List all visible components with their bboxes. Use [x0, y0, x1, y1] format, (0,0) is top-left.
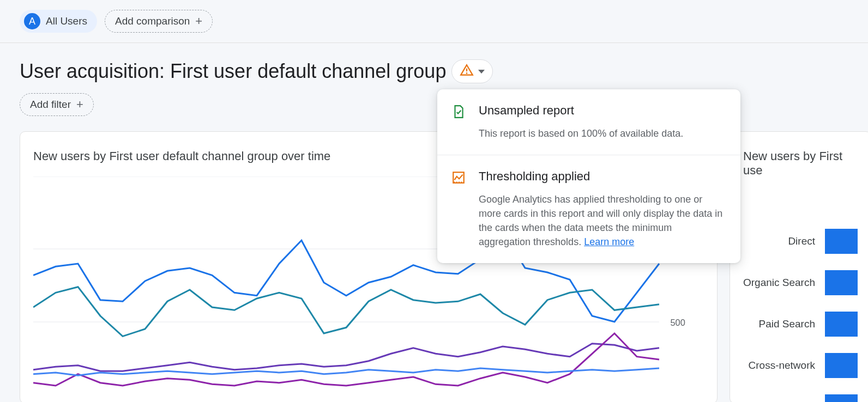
bar-fill — [825, 394, 858, 402]
series-paid-search — [33, 344, 659, 371]
bar-row: Paid Search — [743, 312, 858, 337]
top-bar: A All Users Add comparison + — [0, 0, 868, 43]
data-quality-popover: Unsampled report This report is based on… — [437, 89, 740, 263]
svg-point-1 — [466, 72, 468, 74]
popover-text-unsampled: This report is based on 100% of availabl… — [479, 126, 726, 141]
bar-row: Organic Search — [743, 270, 858, 295]
add-comparison-button[interactable]: Add comparison + — [105, 10, 213, 33]
series-display — [33, 368, 659, 375]
popover-unsampled-section: Unsampled report This report is based on… — [437, 89, 740, 155]
bar-chart-title: New users by First use — [743, 149, 858, 178]
title-row: User acquisition: First user default cha… — [0, 43, 868, 93]
bar-label: Paid Search — [758, 318, 815, 330]
check-document-icon — [451, 103, 468, 141]
learn-more-link[interactable]: Learn more — [584, 236, 634, 247]
y-tick-500: 500 — [671, 318, 685, 327]
page-title: User acquisition: First user default cha… — [20, 60, 446, 83]
bar-row: Cross-network — [743, 353, 858, 378]
thresholding-icon — [451, 169, 468, 249]
segment-badge: A — [24, 13, 40, 29]
alert-triangle-icon — [460, 63, 474, 80]
segment-label: All Users — [46, 15, 87, 27]
bar-fill — [825, 270, 858, 295]
series-organic-search — [33, 287, 659, 337]
add-filter-label: Add filter — [30, 99, 71, 111]
popover-heading-threshold: Thresholding applied — [479, 169, 726, 184]
bar-fill — [825, 229, 858, 254]
bar-chart-card: New users by First use DirectOrganic Sea… — [730, 131, 868, 402]
bar-label: Cross-network — [749, 360, 815, 371]
bar-list: DirectOrganic SearchPaid SearchCross-net… — [743, 191, 858, 402]
add-comparison-label: Add comparison — [115, 15, 190, 27]
add-filter-button[interactable]: Add filter + — [20, 93, 94, 116]
bar-label: Direct — [788, 235, 815, 247]
popover-thresholding-section: Thresholding applied Google Analytics ha… — [437, 155, 740, 263]
series-cross-network — [33, 333, 659, 386]
segment-all-users[interactable]: A All Users — [20, 10, 97, 33]
bar-row: Direct — [743, 229, 858, 254]
caret-down-icon — [478, 70, 485, 74]
plus-icon: + — [195, 15, 202, 27]
popover-text-threshold: Google Analytics has applied thresholdin… — [479, 192, 726, 249]
data-quality-status-button[interactable] — [451, 59, 493, 83]
bar-row: Display — [743, 394, 858, 402]
bar-fill — [825, 353, 858, 378]
plus-icon: + — [76, 99, 83, 111]
bar-label: Organic Search — [743, 277, 815, 289]
bar-fill — [825, 312, 858, 337]
popover-heading-unsampled: Unsampled report — [479, 103, 726, 118]
